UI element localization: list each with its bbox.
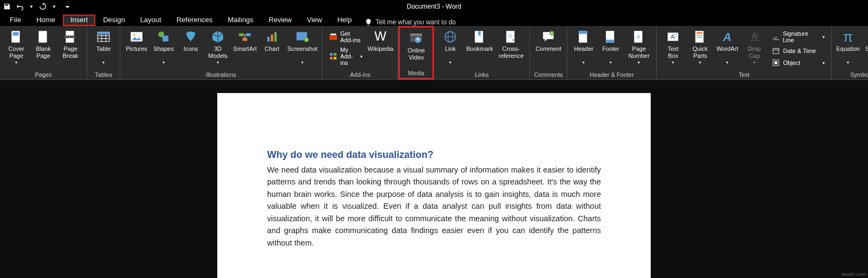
cube-icon [210, 29, 225, 44]
chart-button[interactable]: Chart [259, 27, 285, 59]
tab-file[interactable]: File [2, 15, 29, 26]
svg-rect-28 [334, 53, 336, 56]
get-addins-button[interactable]: Get Add-ins [326, 29, 366, 44]
blank-page-button[interactable]: Blank Page [30, 27, 56, 59]
svg-text:+: + [550, 31, 553, 36]
redo-icon[interactable] [39, 3, 47, 10]
header-icon [576, 29, 591, 44]
symbol-button[interactable]: ΩSymbol▾ [862, 27, 868, 65]
svg-rect-30 [334, 57, 336, 59]
wikipedia-button[interactable]: WWikipedia [367, 27, 395, 59]
tab-layout[interactable]: Layout [133, 15, 169, 26]
svg-rect-3 [66, 31, 74, 36]
group-tables: Table▾ Tables [87, 26, 120, 80]
page-break-icon [63, 29, 78, 44]
tab-mailings[interactable]: Mailings [220, 15, 261, 26]
group-pages: Cover Page▾ Blank Page Page Break Pages [0, 26, 87, 80]
tab-help[interactable]: Help [329, 15, 359, 26]
pictures-button[interactable]: Pictures [124, 27, 150, 59]
tab-design[interactable]: Design [95, 15, 132, 26]
group-text-label: Text [660, 70, 828, 80]
signature-line-button[interactable]: Signature Line▾ [768, 29, 828, 44]
drop-cap-button[interactable]: ADrop Cap▾ [741, 27, 767, 65]
cross-reference-button[interactable]: Cross- reference [496, 27, 526, 59]
title-bar: ▼ ▼ ⏷ Document3 - Word [0, 0, 868, 13]
textbox-icon: A [665, 29, 681, 44]
chart-icon [264, 29, 280, 44]
svg-rect-26 [331, 34, 336, 35]
svg-rect-25 [329, 35, 337, 40]
svg-text:A: A [722, 30, 731, 44]
document-canvas[interactable]: Why do we need data visualization? We ne… [0, 80, 868, 278]
ribbon-insert: Cover Page▾ Blank Page Page Break Pages … [0, 26, 868, 80]
text-box-button[interactable]: AText Box▾ [660, 27, 686, 65]
group-illustrations-label: Illustrations [124, 70, 319, 80]
icons-button[interactable]: Icons [178, 27, 204, 59]
group-symbols-label: Symbols [835, 70, 868, 80]
shapes-button[interactable]: Shapes▾ [151, 27, 177, 65]
tell-me-search[interactable]: Tell me what you want to do [365, 18, 456, 26]
undo-icon[interactable] [16, 3, 24, 10]
svg-rect-20 [271, 35, 273, 42]
tab-view[interactable]: View [299, 15, 329, 26]
screenshot-button[interactable]: +Screenshot▾ [286, 27, 319, 65]
svg-rect-11 [98, 32, 109, 34]
doc-body[interactable]: We need data visualization because a vis… [267, 164, 601, 249]
group-symbols: πEquation▾ ΩSymbol▾ Symbols [832, 26, 868, 80]
table-button[interactable]: Table▾ [90, 27, 116, 65]
svg-rect-27 [330, 53, 333, 56]
group-addins-label: Add-ins [326, 70, 394, 80]
qa-customize-icon[interactable]: ⏷ [65, 4, 70, 10]
svg-rect-17 [246, 34, 251, 36]
document-page[interactable]: Why do we need data visualization? We ne… [217, 93, 651, 278]
link-button[interactable]: Link▾ [437, 27, 463, 65]
tab-references[interactable]: References [169, 15, 220, 26]
cross-ref-icon [503, 29, 519, 44]
svg-rect-21 [274, 32, 276, 41]
tell-me-text: Tell me what you want to do [375, 18, 456, 26]
equation-button[interactable]: πEquation▾ [835, 27, 861, 65]
addins-icon [329, 52, 338, 61]
smartart-button[interactable]: SmartArt [232, 27, 258, 59]
svg-rect-53 [697, 32, 703, 34]
svg-rect-1 [13, 32, 19, 36]
bookmark-button[interactable]: Bookmark [464, 27, 495, 59]
group-header-footer: Header▾ Footer▾ #Page Number▾ Header & F… [567, 26, 657, 80]
svg-rect-16 [239, 34, 244, 36]
comment-button[interactable]: +Comment [533, 27, 563, 59]
pictures-icon [129, 29, 144, 44]
screenshot-icon: + [295, 29, 310, 44]
doc-heading[interactable]: Why do we need data visualization? [267, 149, 601, 161]
lightbulb-icon [365, 18, 372, 26]
save-icon[interactable] [3, 3, 11, 10]
online-video-button[interactable]: Online Video [403, 29, 429, 61]
video-icon [409, 31, 424, 46]
qa-caret-icon[interactable]: ▼ [29, 4, 34, 9]
svg-rect-29 [330, 57, 333, 59]
tab-insert[interactable]: Insert [63, 15, 96, 26]
svg-rect-2 [38, 31, 47, 43]
tab-home[interactable]: Home [29, 15, 63, 26]
object-button[interactable]: Object▾ [768, 57, 828, 68]
my-addins-button[interactable]: My Add-ins▾ [326, 45, 366, 67]
svg-rect-15 [163, 36, 169, 42]
header-button[interactable]: Header▾ [571, 27, 597, 65]
quick-parts-button[interactable]: Quick Parts▾ [687, 27, 713, 65]
wikipedia-icon: W [373, 29, 388, 44]
link-icon [443, 29, 458, 44]
wordart-icon: A [720, 29, 735, 44]
tab-review[interactable]: Review [261, 15, 300, 26]
page-number-button[interactable]: #Page Number▾ [625, 27, 653, 65]
bookmark-icon [472, 29, 487, 44]
group-addins: Get Add-ins My Add-ins▾ WWikipedia Add-i… [322, 26, 398, 80]
svg-rect-45 [606, 39, 614, 42]
cover-page-button[interactable]: Cover Page▾ [3, 27, 29, 65]
wordart-button[interactable]: AWordArt▾ [714, 27, 740, 65]
footer-button[interactable]: Footer▾ [598, 27, 624, 65]
qa-caret2-icon[interactable]: ▼ [52, 4, 56, 9]
3d-models-button[interactable]: 3D Models▾ [205, 27, 231, 65]
date-time-button[interactable]: Date & Time [768, 45, 828, 56]
page-break-button[interactable]: Page Break [57, 27, 83, 59]
svg-rect-65 [775, 61, 778, 64]
group-hf-label: Header & Footer [571, 70, 653, 80]
